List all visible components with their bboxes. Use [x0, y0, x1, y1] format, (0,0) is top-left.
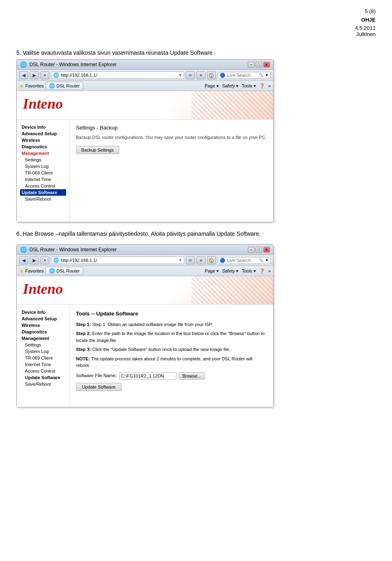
search-go-2[interactable]: 🔍 [259, 258, 263, 262]
forward-button-1[interactable]: ▶ [30, 71, 39, 79]
search-dropdown-1[interactable]: ▼ [265, 73, 269, 77]
home-icon-1[interactable]: 🏠 [207, 71, 216, 79]
minimize-button-2[interactable]: ─ [248, 247, 254, 253]
tab-label-1: DSL Router [56, 83, 80, 88]
browser-toolbar-2: ◀ ▶ ▼ 🌐 http://192.168.1.1/ ▼ ⟳ ✕ 🏠 🔵 Li… [17, 255, 273, 266]
content-desc-1: Backup DSL router configurations. You ma… [76, 134, 267, 141]
search-text-2: Live Search [227, 258, 257, 263]
help-menu-2[interactable]: ❓ [259, 268, 265, 274]
address-bar-1[interactable]: 🌐 http://192.168.1.1/ ▼ [51, 72, 184, 79]
home-icon-2[interactable]: 🏠 [207, 256, 216, 264]
tools-menu-1[interactable]: Tools ▾ [242, 83, 256, 89]
back-button-2[interactable]: ◀ [19, 256, 28, 264]
menu-items-1: Page ▾ Safety ▾ Tools ▾ ❓ » [205, 83, 271, 89]
sidebar-item-savereboot-2[interactable]: Save/Reboot [20, 381, 66, 387]
refresh-icon-1[interactable]: ⟳ [186, 71, 195, 79]
tab-icon-1: 🌐 [49, 83, 55, 89]
sidebar-item-updatesoftware-1[interactable]: Update Software [20, 189, 66, 196]
star-icon-1: ★ [19, 83, 24, 89]
section6-intro: 6. Hae Browse –napilla tallentamasi päiv… [16, 230, 376, 237]
sidebar-item-internettime-1[interactable]: Internet Time [20, 176, 66, 183]
address-dropdown-1[interactable]: ▼ [178, 73, 182, 77]
more-menu-1[interactable]: » [268, 83, 271, 88]
sidebar-item-savereboot-1[interactable]: Save/Reboot [20, 196, 66, 202]
refresh-icon-2[interactable]: ⟳ [186, 256, 195, 264]
sidebar-item-deviceinfo-1[interactable]: Device Info [20, 124, 66, 130]
forward-button-2[interactable]: ▶ [30, 256, 39, 264]
dropdown-button-1[interactable]: ▼ [40, 71, 49, 79]
search-text-1: Live Search [227, 73, 257, 78]
stop-icon-2[interactable]: ✕ [196, 256, 205, 264]
step1-desc: Step 1: Step 1: Obtain an updated softwa… [76, 321, 267, 328]
close-button-2[interactable]: ✕ [263, 247, 270, 253]
sidebar-item-settings-1[interactable]: Settings [20, 156, 66, 163]
sidebar-item-systemlog-2[interactable]: System Log [20, 348, 66, 355]
more-menu-2[interactable]: » [268, 268, 271, 273]
search-go-1[interactable]: 🔍 [259, 73, 263, 77]
step2-text: Enter the path to the image file locatio… [76, 331, 265, 343]
browse-button[interactable]: Browse... [179, 372, 205, 380]
note-desc: NOTE: The update process takes about 2 m… [76, 355, 267, 369]
tools-menu-2[interactable]: Tools ▾ [242, 268, 256, 274]
maximize-button-2[interactable]: □ [256, 247, 262, 253]
search-area-2[interactable]: 🔵 Live Search 🔍 ▼ [218, 257, 271, 264]
back-button-1[interactable]: ◀ [19, 71, 28, 79]
sidebar-item-management-2[interactable]: Management [20, 335, 66, 342]
file-input[interactable] [119, 372, 176, 380]
sidebar-item-updatesoftware-2[interactable]: Update Software [20, 374, 66, 381]
page-menu-1[interactable]: Page ▾ [205, 83, 219, 89]
address-dropdown-2[interactable]: ▼ [178, 258, 182, 262]
content-area-1: Settings - Backup Backup DSL router conf… [70, 120, 273, 222]
minimize-button-1[interactable]: ─ [248, 62, 254, 67]
sidebar-item-wireless-1[interactable]: Wireless [20, 137, 66, 143]
favorites-button-1[interactable]: ★ Favorites [19, 83, 44, 89]
browser-icon-1: 🌐 [20, 61, 27, 68]
sidebar-item-advancedsetup-2[interactable]: Advanced Setup [20, 315, 66, 322]
browser-menubar-2: ★ Favorites 🌐 DSL Router Page ▾ Safety ▾… [17, 266, 273, 276]
help-menu-1[interactable]: ❓ [259, 83, 265, 89]
page-menu-2[interactable]: Page ▾ [205, 268, 219, 274]
sidebar-item-diagnostics-1[interactable]: Diagnostics [20, 143, 66, 150]
close-button-1[interactable]: ✕ [263, 62, 270, 67]
stop-icon-1[interactable]: ✕ [196, 71, 205, 79]
sidebar-item-accesscontrol-2[interactable]: Access Control [20, 368, 66, 374]
sidebar-item-advancedsetup-1[interactable]: Advanced Setup [20, 130, 66, 137]
browser-icon-2: 🌐 [20, 246, 27, 253]
favorites-label-2: Favorites [25, 268, 44, 273]
tools-content-area: Tools -- Update Software Step 1: Step 1:… [70, 305, 273, 407]
tab-dslrouter-1[interactable]: 🌐 DSL Router [45, 82, 83, 90]
tab-dslrouter-2[interactable]: 🌐 DSL Router [45, 267, 83, 275]
search-dropdown-2[interactable]: ▼ [265, 258, 269, 262]
maximize-button-1[interactable]: □ [256, 62, 262, 67]
address-bar-2[interactable]: 🌐 http://192.168.1.1/ ▼ [51, 257, 184, 264]
sidebar-item-tr069-2[interactable]: TR-069 Client [20, 355, 66, 361]
sidebar-item-deviceinfo-2[interactable]: Device Info [20, 309, 66, 315]
sidebar-item-management-1[interactable]: Management [20, 150, 66, 156]
date-label: 4.5.2011 [355, 25, 376, 31]
section5-intro: 5. Valitse avautuvasta valikosta sivun v… [16, 49, 213, 56]
dropdown-button-2[interactable]: ▼ [40, 256, 49, 264]
favorites-button-2[interactable]: ★ Favorites [19, 268, 44, 274]
browser-content-2: Inteno Device Info Advanced Setup Wirele… [17, 276, 273, 407]
safety-menu-1[interactable]: Safety ▾ [222, 83, 238, 89]
sidebar-item-tr069-1[interactable]: TR-069 Client [20, 170, 66, 176]
update-software-button[interactable]: Update Software [76, 383, 122, 391]
backup-settings-button[interactable]: Backup Settings [76, 146, 119, 154]
browser-title-2: 🌐 DSL Router - Windows Internet Explorer [20, 246, 117, 253]
address-icon-2: 🌐 [53, 257, 59, 263]
sidebar-item-systemlog-1[interactable]: System Log [20, 163, 66, 170]
live-search-icon-2: 🔵 [220, 258, 225, 263]
sidebar-item-internettime-2[interactable]: Internet Time [20, 361, 66, 368]
content-title-1: Settings - Backup [76, 125, 267, 131]
menu-items-2: Page ▾ Safety ▾ Tools ▾ ❓ » [205, 268, 271, 274]
sidebar-item-wireless-2[interactable]: Wireless [20, 322, 66, 329]
live-search-icon-1: 🔵 [220, 73, 225, 78]
sidebar-item-settings-2[interactable]: Settings [20, 342, 66, 348]
browser-banner-1: Inteno [17, 91, 273, 120]
sidebar-item-diagnostics-2[interactable]: Diagnostics [20, 329, 66, 335]
sidebar-item-accesscontrol-1[interactable]: Access Control [20, 183, 66, 189]
inteno-logo-2: Inteno [23, 281, 63, 297]
safety-menu-2[interactable]: Safety ▾ [222, 268, 238, 274]
step2-label: Step 2: [76, 331, 91, 336]
search-area-1[interactable]: 🔵 Live Search 🔍 ▼ [218, 72, 271, 79]
